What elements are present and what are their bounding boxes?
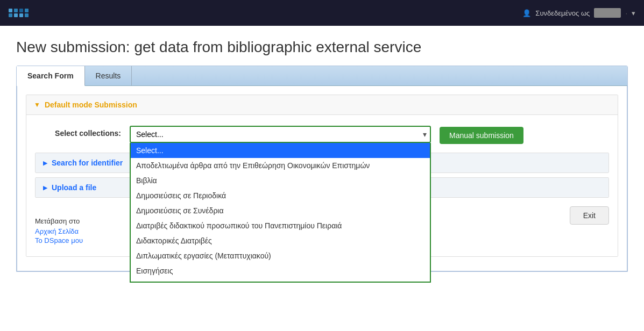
navbar-right: 👤 Συνδεδεμένος ως · ▾ (522, 8, 635, 18)
select-collections-wrapper: Select...Αποδελτιωμένα άρθρα από την Επι… (130, 126, 431, 143)
tab-search-form[interactable]: Search Form (17, 66, 85, 86)
user-icon: 👤 (522, 9, 531, 17)
tabs-header: Search Form Results (17, 66, 627, 86)
nav-link-myspace[interactable]: Το DSpace μου (35, 236, 83, 244)
sub-section-arrow-icon-0: ▶ (43, 160, 47, 167)
collections-dropdown-list: Select... Αποδελτιωμένα άρθρα από την Επ… (130, 143, 431, 283)
navbar-separator: · (625, 9, 627, 17)
dropdown-item-1[interactable]: Αποδελτιωμένα άρθρα από την Επιθεώρηση Ο… (131, 158, 430, 173)
tab-results[interactable]: Results (85, 66, 132, 85)
nav-label: Μετάβαση στο (35, 217, 83, 225)
exit-button[interactable]: Exit (570, 206, 609, 225)
tab-content-search-form: ▼ Default mode Submission Select collect… (17, 86, 627, 271)
manual-submission-button[interactable]: Manual submission (440, 127, 523, 144)
page-title: New submission: get data from bibliograp… (16, 39, 628, 56)
dropdown-item-3[interactable]: Δημοσιεύσεις σε Περιοδικά (131, 188, 430, 203)
section-title: Default mode Submission (45, 100, 137, 109)
sub-section-arrow-icon-1: ▶ (43, 184, 47, 191)
dropdown-item-5[interactable]: Διατριβές διδακτικού προσωπικού του Πανε… (131, 218, 430, 233)
navbar: 👤 Συνδεδεμένος ως · ▾ (0, 0, 644, 26)
navbar-dropdown-icon[interactable]: ▾ (632, 9, 635, 17)
section-arrow-icon: ▼ (34, 101, 40, 109)
nav-link-home[interactable]: Αρχική Σελίδα (35, 227, 83, 235)
dropdown-item-7[interactable]: Διπλωματικές εργασίες (Μεταπτυχιακού) (131, 248, 430, 263)
bottom-nav: Μετάβαση στο Αρχική Σελίδα Το DSpace μου (35, 217, 83, 246)
dropdown-item-2[interactable]: Βιβλία (131, 173, 430, 188)
select-collections-row: Select collections: Select...Αποδελτιωμέ… (35, 126, 609, 144)
navbar-brand (9, 9, 29, 17)
sub-section-title-0: Search for identifier (52, 159, 123, 167)
dspace-logo-icon (9, 9, 29, 17)
logged-in-label: Συνδεδεμένος ως (535, 9, 590, 17)
select-collections-label: Select collections: (35, 126, 121, 138)
section-default-mode-header[interactable]: ▼ Default mode Submission (26, 95, 618, 115)
dropdown-item-0[interactable]: Select... (131, 143, 430, 158)
dropdown-item-9[interactable]: Επιθεώρηση Οικονομικών Επιστημών (131, 278, 430, 283)
dropdown-item-6[interactable]: Διδακτορικές Διατριβές (131, 233, 430, 248)
section-body: Select collections: Select...Αποδελτιωμέ… (26, 115, 618, 256)
navbar-avatar (594, 8, 621, 18)
dropdown-item-8[interactable]: Εισηγήσεις (131, 263, 430, 278)
main-content: New submission: get data from bibliograp… (0, 26, 644, 285)
tabs-container: Search Form Results ▼ Default mode Submi… (16, 66, 628, 272)
collections-select[interactable]: Select...Αποδελτιωμένα άρθρα από την Επι… (130, 126, 431, 143)
dropdown-item-4[interactable]: Δημοσιεύσεις σε Συνέδρια (131, 203, 430, 218)
sub-section-title-1: Upload a file (52, 183, 96, 192)
section-default-mode: ▼ Default mode Submission Select collect… (26, 95, 618, 257)
